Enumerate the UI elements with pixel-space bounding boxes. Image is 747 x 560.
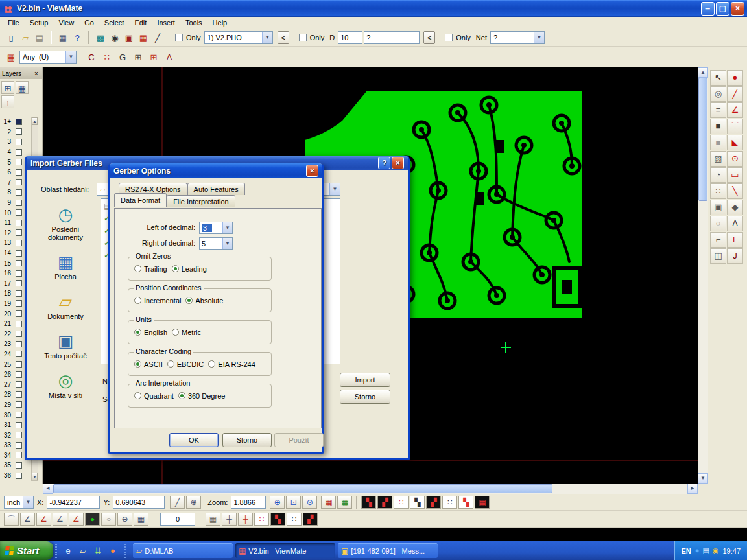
layer-table-icon[interactable]: ▦: [16, 81, 29, 94]
horizontal-scrollbar[interactable]: ◄ ►: [43, 484, 698, 494]
scroll-down-icon[interactable]: ▼: [32, 472, 38, 480]
layer-visibility-checkbox[interactable]: [16, 300, 22, 307]
pattern-grid-icon[interactable]: ⊞: [131, 50, 145, 64]
layer-visibility-checkbox[interactable]: [16, 371, 22, 378]
open-folder-icon[interactable]: ▱: [18, 30, 32, 45]
chevron-down-icon[interactable]: ▼: [23, 496, 33, 508]
lamp2-icon[interactable]: ○: [710, 216, 726, 231]
layer-visibility-checkbox[interactable]: [16, 321, 22, 327]
help-button[interactable]: ?: [378, 157, 390, 169]
close-button[interactable]: ×: [731, 2, 744, 16]
hook-j-icon[interactable]: J: [727, 248, 743, 264]
dots-icon[interactable]: ∷: [710, 183, 726, 199]
menu-insert[interactable]: Insert: [152, 18, 180, 29]
layer-visibility-checkbox[interactable]: [16, 412, 22, 418]
radio-circle[interactable]: [134, 392, 141, 399]
zoom-point-icon[interactable]: ⊙: [302, 496, 317, 509]
goto-icon[interactable]: ▣: [122, 30, 136, 45]
letter-a-black-icon[interactable]: A: [727, 216, 743, 231]
lamp-icon[interactable]: ○: [101, 513, 116, 526]
right-decimal-combo[interactable]: 5 ▼: [199, 237, 233, 250]
pattern-dots-icon[interactable]: ∷: [100, 50, 114, 64]
prev-layer-button[interactable]: <: [278, 31, 289, 44]
radio-circle[interactable]: [172, 329, 179, 336]
step-value-input[interactable]: [160, 513, 195, 526]
scrollbar-thumb[interactable]: [53, 484, 552, 493]
radio-ebcdic[interactable]: EBCDIC: [167, 360, 204, 368]
square-gray-icon[interactable]: ■: [710, 135, 726, 150]
print-icon[interactable]: ▦: [56, 30, 70, 45]
letter-l-red-icon[interactable]: L: [727, 232, 743, 248]
corner-red-icon[interactable]: ∠: [727, 102, 743, 118]
grid-small-icon[interactable]: ▦: [206, 513, 220, 526]
layer-visibility-checkbox[interactable]: [16, 149, 22, 156]
scroll-left-icon[interactable]: ◄: [43, 484, 53, 494]
radio-absolute[interactable]: Absolute: [185, 297, 223, 305]
anchor-2-icon[interactable]: ┼: [238, 513, 253, 526]
taskbar-task-d-mlab[interactable]: ▱D:\MLAB: [133, 543, 233, 558]
only-dcode-checkbox[interactable]: [299, 34, 307, 41]
red-grid-icon[interactable]: ▦: [136, 30, 150, 45]
angle-2-icon[interactable]: ∠: [36, 513, 51, 526]
scroll-right-icon[interactable]: ►: [687, 484, 698, 494]
start-button[interactable]: Start: [0, 541, 53, 560]
layer-visibility-checkbox[interactable]: [16, 220, 22, 226]
layer-visibility-checkbox[interactable]: [16, 128, 22, 135]
up-arrow-icon[interactable]: ↑: [1, 95, 14, 108]
zoom-in-icon[interactable]: ⊕: [270, 496, 285, 509]
pat-b-icon[interactable]: ▚: [270, 513, 285, 526]
pat-1-icon[interactable]: ▚: [361, 496, 376, 509]
radio-quadrant[interactable]: Quadrant: [134, 392, 174, 400]
layer-visibility-checkbox[interactable]: [16, 462, 22, 469]
internet-explorer-icon[interactable]: e: [62, 544, 75, 557]
zoom-input[interactable]: [231, 496, 266, 509]
firefox-icon[interactable]: ●: [106, 544, 119, 557]
new-file-icon[interactable]: ▯: [4, 30, 18, 45]
diamond-icon[interactable]: ◆: [727, 200, 743, 215]
layer-visibility-checkbox[interactable]: [16, 240, 22, 246]
menu-help[interactable]: Help: [208, 18, 233, 29]
layer-visibility-checkbox[interactable]: [16, 139, 22, 145]
radio-circle[interactable]: [172, 265, 179, 272]
origin-target-icon[interactable]: ⊕: [186, 496, 201, 509]
menu-tools[interactable]: Tools: [180, 18, 208, 29]
radio-circle[interactable]: [134, 297, 141, 304]
layer-visibility-checkbox[interactable]: [16, 270, 22, 277]
pat-5-icon[interactable]: ▞: [426, 496, 441, 509]
help-pointer-icon[interactable]: ?: [70, 30, 84, 45]
layer-visibility-checkbox[interactable]: [16, 351, 22, 357]
pat-7-icon[interactable]: ▚: [458, 496, 473, 509]
layers-panel-close-icon[interactable]: ×: [32, 70, 40, 77]
list-lines-icon[interactable]: ≡: [710, 102, 726, 118]
line-red-icon[interactable]: ╱: [727, 86, 743, 102]
select-arrow-icon[interactable]: ↖: [710, 70, 726, 86]
radio-trailing[interactable]: Trailing: [134, 265, 167, 273]
probe-icon[interactable]: ⊖: [117, 513, 132, 526]
y-coordinate-input[interactable]: [113, 496, 165, 509]
pen-icon[interactable]: ╱: [150, 30, 165, 45]
select-grid-icon[interactable]: ▦: [4, 50, 18, 64]
update-icon[interactable]: ◉: [713, 546, 719, 555]
quarter-icon[interactable]: ◔: [710, 167, 726, 183]
cancel-button[interactable]: Storno: [222, 433, 272, 447]
layer-visibility-checkbox[interactable]: [16, 452, 22, 458]
layer-visibility-checkbox[interactable]: [16, 159, 22, 165]
menu-file[interactable]: File: [3, 18, 25, 29]
radio-leading[interactable]: Leading: [172, 265, 207, 273]
layer-visibility-checkbox[interactable]: [16, 119, 22, 125]
scroll-up-icon[interactable]: ▲: [32, 117, 38, 125]
table-grid-icon[interactable]: ▦: [134, 513, 148, 526]
radio-english[interactable]: English: [134, 329, 167, 336]
radio-metric[interactable]: Metric: [172, 329, 201, 336]
letter-c-icon[interactable]: C: [84, 50, 99, 64]
layer-combo[interactable]: 1) V2.PHO ▼: [204, 31, 273, 44]
tab-auto-features[interactable]: Auto Features: [187, 183, 245, 195]
chevron-down-icon[interactable]: ▼: [262, 32, 272, 43]
menu-setup[interactable]: Setup: [25, 18, 54, 29]
layer-visibility-checkbox[interactable]: [16, 280, 22, 286]
slash-red-icon[interactable]: ╲: [727, 183, 743, 199]
layer-visibility-checkbox[interactable]: [16, 169, 22, 176]
via-circle-icon[interactable]: ◎: [710, 86, 726, 102]
anchor-1-icon[interactable]: ┼: [222, 513, 237, 526]
layer-visibility-checkbox[interactable]: [16, 179, 22, 185]
